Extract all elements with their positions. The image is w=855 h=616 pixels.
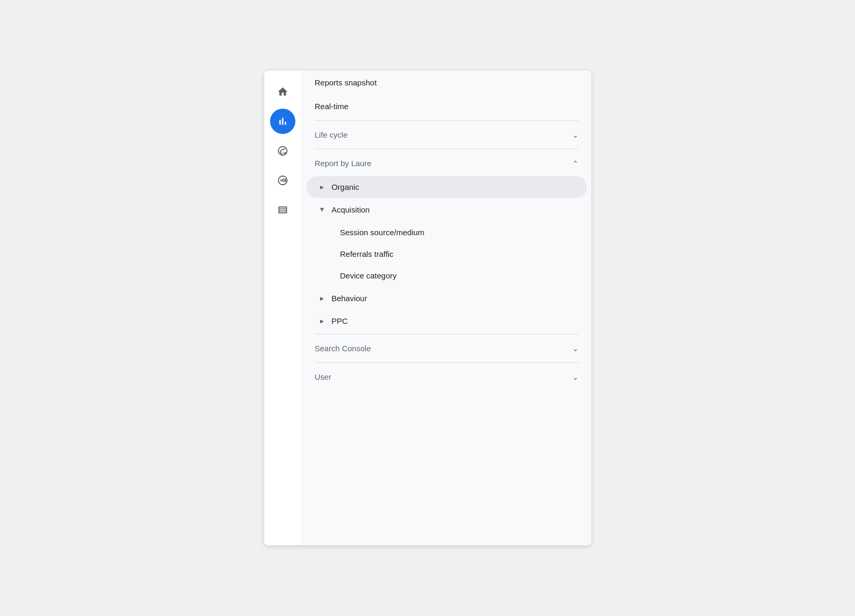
ppc-item[interactable]: ► PPC (306, 310, 587, 332)
user-chevron-icon: ⌄ (572, 373, 579, 381)
reports-snapshot-label: Reports snapshot (315, 78, 377, 87)
organic-item[interactable]: ► Organic (306, 176, 587, 198)
organic-label: Organic (331, 182, 359, 191)
report-by-laure-section-header[interactable]: Report by Laure ⌃ (302, 151, 591, 175)
referrals-traffic-label: Referrals traffic (340, 249, 393, 258)
lifecycle-chevron-icon: ⌄ (572, 131, 579, 139)
behaviour-arrow-icon: ► (319, 295, 325, 302)
acquisition-arrow-icon: ► (318, 207, 325, 213)
report-by-laure-label: Report by Laure (315, 159, 372, 168)
nav-panel: Reports snapshot Real-time Life cycle ⌄ … (302, 71, 591, 545)
session-source-medium-label: Session source/medium (340, 228, 425, 237)
lifecycle-label: Life cycle (315, 130, 348, 139)
search-console-chevron-icon: ⌄ (572, 344, 579, 353)
referrals-traffic-item[interactable]: Referrals traffic (302, 243, 591, 265)
reports-nav-button[interactable] (270, 109, 295, 134)
realtime-label: Real-time (315, 102, 349, 111)
organic-arrow-icon: ► (319, 184, 325, 191)
app-container: Reports snapshot Real-time Life cycle ⌄ … (264, 71, 591, 545)
report-by-laure-chevron-icon: ⌃ (572, 159, 579, 168)
realtime-item[interactable]: Real-time (302, 94, 591, 118)
divider-4 (315, 362, 579, 363)
insights-nav-button[interactable] (270, 138, 295, 163)
acquisition-label: Acquisition (331, 205, 370, 214)
behaviour-label: Behaviour (331, 294, 367, 303)
acquisition-item[interactable]: ► Acquisition (306, 199, 587, 220)
table-nav-button[interactable] (270, 197, 295, 223)
svg-point-0 (278, 147, 287, 156)
divider-2 (315, 149, 579, 149)
user-label: User (315, 372, 332, 381)
ppc-arrow-icon: ► (319, 317, 325, 325)
search-console-label: Search Console (315, 344, 371, 353)
ppc-label: PPC (331, 316, 348, 325)
user-section-header[interactable]: User ⌄ (302, 365, 591, 389)
reports-snapshot-item[interactable]: Reports snapshot (302, 71, 591, 94)
divider-3 (315, 334, 579, 334)
session-source-medium-item[interactable]: Session source/medium (302, 222, 591, 243)
divider-1 (315, 120, 579, 121)
behaviour-item[interactable]: ► Behaviour (306, 287, 587, 309)
lifecycle-section-header[interactable]: Life cycle ⌄ (302, 123, 591, 147)
device-category-label: Device category (340, 271, 397, 280)
device-category-item[interactable]: Device category (302, 265, 591, 286)
icon-sidebar (264, 71, 302, 545)
advertising-nav-button[interactable] (270, 168, 295, 193)
home-nav-button[interactable] (270, 79, 295, 104)
search-console-section-header[interactable]: Search Console ⌄ (302, 336, 591, 360)
